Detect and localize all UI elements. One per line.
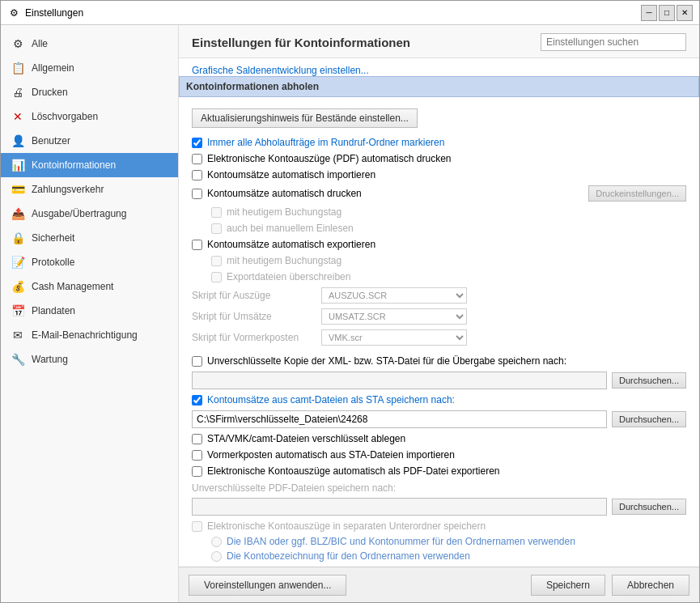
sidebar-item-benutzer[interactable]: 👤 Benutzer bbox=[1, 129, 178, 153]
aktualisierungshinweis-button[interactable]: Aktualisierungshinweis für Bestände eins… bbox=[192, 108, 418, 128]
sidebar-label-loeschvorgaben: Löschvorgaben bbox=[32, 111, 98, 122]
cb15-label: Elektronische Kontoauszüge in separaten … bbox=[207, 520, 486, 532]
cb10-label[interactable]: Unverschlüsselte Kopie der XML- bzw. STA… bbox=[207, 355, 566, 367]
cb3-checkbox[interactable] bbox=[192, 170, 202, 180]
cb1-checkbox[interactable] bbox=[192, 138, 202, 148]
alle-icon: ⚙ bbox=[11, 36, 25, 51]
sidebar-label-protokolle: Protokolle bbox=[32, 257, 74, 268]
checkbox-row-cb2: Elektronische Kontoauszüge (PDF) automat… bbox=[192, 151, 686, 167]
benutzer-icon: 👤 bbox=[11, 134, 25, 148]
camt-input[interactable] bbox=[192, 410, 607, 428]
main-panel: Einstellungen für Kontoinformationen Gra… bbox=[179, 25, 699, 602]
cb4-label[interactable]: Kontoumsätze automatisch drucken bbox=[207, 188, 362, 199]
checkbox-row-stavmk: STA/VMK/camt-Dateien verschlüsselt ableg… bbox=[192, 431, 686, 447]
sidebar: ⚙ Alle 📋 Allgemein 🖨 Drucken ✕ Löschvorg… bbox=[1, 25, 179, 602]
sidebar-item-loeschvorgaben[interactable]: ✕ Löschvorgaben bbox=[1, 104, 178, 129]
scrollable-content: Grafische Saldenentwicklung einstellen..… bbox=[179, 58, 699, 567]
close-button[interactable]: ✕ bbox=[677, 5, 693, 21]
durchsuchen2-button[interactable]: Durchsuchen... bbox=[612, 411, 686, 427]
sidebar-item-cash-management[interactable]: 💰 Cash Management bbox=[1, 274, 178, 299]
cb11-label[interactable]: Kontoumsätze aus camt-Dateien als STA sp… bbox=[207, 394, 455, 406]
cb6-label: auch bei manuellem Einlesen bbox=[227, 223, 354, 234]
dropdown-auszuge-row: Skript für Auszüge AUSZUG.SCR bbox=[192, 285, 686, 306]
cb7-label[interactable]: Kontoumsätze automatisch exportieren bbox=[207, 239, 375, 250]
dropdown-umsatze-row: Skript für Umsätze UMSATZ.SCR bbox=[192, 306, 686, 327]
radio-row-iban: Die IBAN oder ggf. BLZ/BIC und Kontonumm… bbox=[192, 534, 686, 549]
cb10-checkbox[interactable] bbox=[192, 356, 202, 367]
sidebar-item-wartung[interactable]: 🔧 Wartung bbox=[1, 347, 178, 372]
abbrechen-button[interactable]: Abbrechen bbox=[612, 575, 689, 596]
dropdown-auszuge-select[interactable]: AUSZUG.SCR bbox=[321, 287, 467, 304]
cb3-label[interactable]: Kontoumsätze automatisch importieren bbox=[207, 169, 375, 180]
allgemein-icon: 📋 bbox=[11, 61, 25, 75]
cb11-checkbox[interactable] bbox=[192, 395, 202, 406]
checkbox-row-vormerk: Vormerkposten automatisch aus STA-Dateie… bbox=[192, 447, 686, 463]
sidebar-label-alle: Alle bbox=[32, 38, 48, 49]
radio-bezeichnung-label: Die Kontobezeichnung für den Ordnernamen… bbox=[227, 550, 470, 562]
cb2-checkbox[interactable] bbox=[192, 154, 202, 164]
voreinstellungen-button[interactable]: Voreinstellungen anwenden... bbox=[189, 575, 346, 596]
checkbox-row-cb4: Kontoumsätze automatisch drucken Druckei… bbox=[192, 183, 686, 204]
sidebar-label-email: E-Mail-Benachrichtigung bbox=[32, 329, 138, 341]
cb13-checkbox[interactable] bbox=[192, 450, 202, 461]
radio-row-bezeichnung: Die Kontobezeichnung für den Ordnernamen… bbox=[192, 549, 686, 563]
durchsuchen3-button[interactable]: Durchsuchen... bbox=[612, 499, 686, 515]
sidebar-item-zahlungsverkehr[interactable]: 💳 Zahlungsverkehr bbox=[1, 177, 178, 202]
pdf-input-row: Durchsuchen... bbox=[192, 495, 686, 518]
zahlungsverkehr-icon: 💳 bbox=[11, 182, 25, 197]
cash-management-icon: 💰 bbox=[11, 279, 25, 294]
unverschluesselt-input[interactable] bbox=[192, 372, 607, 389]
sidebar-item-allgemein[interactable]: 📋 Allgemein bbox=[1, 56, 178, 80]
cb4-checkbox[interactable] bbox=[192, 189, 202, 199]
minimize-button[interactable]: ─ bbox=[641, 5, 657, 21]
pdf-input[interactable] bbox=[192, 498, 607, 516]
sidebar-label-sicherheit: Sicherheit bbox=[32, 232, 74, 244]
speichern-button[interactable]: Speichern bbox=[531, 575, 605, 596]
cb12-checkbox[interactable] bbox=[192, 434, 202, 444]
checkbox-row-cb1: Immer alle Abholaufträge im Rundruf-Ordn… bbox=[192, 134, 686, 151]
checkbox-row-cb9: Exportdateien überschreiben bbox=[192, 269, 686, 285]
sidebar-item-email[interactable]: ✉ E-Mail-Benachrichtigung bbox=[1, 323, 178, 347]
cb7-checkbox[interactable] bbox=[192, 240, 202, 250]
cb13-label[interactable]: Vormerkposten automatisch aus STA-Dateie… bbox=[207, 449, 455, 461]
grafische-salden-link[interactable]: Grafische Saldenentwicklung einstellen..… bbox=[192, 65, 369, 76]
cb9-checkbox[interactable] bbox=[211, 272, 222, 282]
sidebar-item-kontoinformationen[interactable]: 📊 Kontoinformationen bbox=[1, 153, 178, 177]
search-input[interactable] bbox=[541, 33, 686, 51]
sidebar-label-cash-management: Cash Management bbox=[32, 281, 113, 292]
radio-iban[interactable] bbox=[211, 537, 222, 547]
dropdown-umsatze-select[interactable]: UMSATZ.SCR bbox=[321, 308, 467, 325]
cb5-label: mit heutigem Buchungstag bbox=[227, 206, 342, 218]
radio-bezeichnung[interactable] bbox=[211, 551, 222, 562]
sidebar-label-ausgabe: Ausgabe/Übertragung bbox=[32, 208, 126, 219]
sidebar-item-sicherheit[interactable]: 🔒 Sicherheit bbox=[1, 226, 178, 250]
window-title: Einstellungen bbox=[25, 7, 83, 19]
content-area: ⚙ Alle 📋 Allgemein 🖨 Drucken ✕ Löschvorg… bbox=[1, 25, 699, 602]
cb15-checkbox[interactable] bbox=[192, 521, 202, 532]
protokolle-icon: 📝 bbox=[11, 255, 25, 270]
cb14-checkbox[interactable] bbox=[192, 466, 202, 477]
sidebar-label-benutzer: Benutzer bbox=[32, 135, 70, 147]
cb5-checkbox[interactable] bbox=[211, 207, 222, 218]
cb12-label[interactable]: STA/VMK/camt-Dateien verschlüsselt ableg… bbox=[207, 433, 405, 444]
maximize-button[interactable]: □ bbox=[659, 5, 675, 21]
dropdown-umsatze-label: Skript für Umsätze bbox=[192, 311, 321, 322]
checkbox-row-unterordner: Elektronische Kontoauszüge in separaten … bbox=[192, 518, 686, 534]
sidebar-item-alle[interactable]: ⚙ Alle bbox=[1, 32, 178, 56]
durchsuchen1-button[interactable]: Durchsuchen... bbox=[612, 372, 686, 389]
druckeinstellungen-button[interactable]: Druckeinstellungen... bbox=[588, 185, 686, 202]
cb1-label[interactable]: Immer alle Abholaufträge im Rundruf-Ordn… bbox=[207, 137, 444, 148]
cb14-label[interactable]: Elektronische Kontoauszüge automatisch a… bbox=[207, 465, 500, 477]
dropdown-vormerk-label: Skript für Vormerkposten bbox=[192, 332, 321, 343]
sidebar-item-drucken[interactable]: 🖨 Drucken bbox=[1, 80, 178, 104]
sidebar-item-plandaten[interactable]: 📅 Plandaten bbox=[1, 299, 178, 323]
drucken-icon: 🖨 bbox=[11, 85, 25, 100]
cb6-checkbox[interactable] bbox=[211, 223, 222, 234]
titlebar: ⚙ Einstellungen ─ □ ✕ bbox=[1, 1, 699, 25]
cb2-label[interactable]: Elektronische Kontoauszüge (PDF) automat… bbox=[207, 153, 451, 164]
dropdown-vormerk-select[interactable]: VMK.scr bbox=[321, 329, 467, 346]
sidebar-item-protokolle[interactable]: 📝 Protokolle bbox=[1, 250, 178, 274]
sidebar-item-ausgabe-uebertragung[interactable]: 📤 Ausgabe/Übertragung bbox=[1, 202, 178, 226]
main-window: ⚙ Einstellungen ─ □ ✕ ⚙ Alle 📋 Allgemein… bbox=[0, 0, 700, 603]
cb8-checkbox[interactable] bbox=[211, 256, 222, 266]
